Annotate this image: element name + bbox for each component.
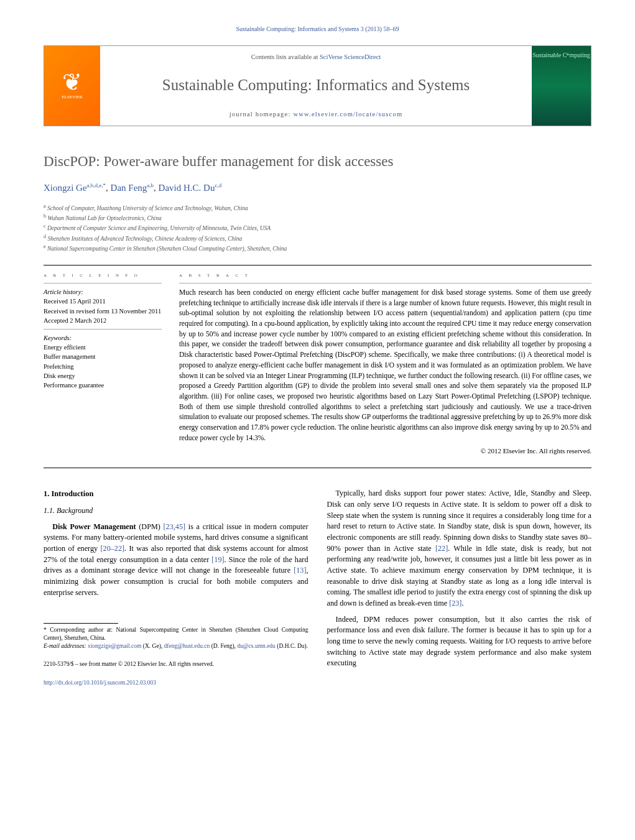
email-3[interactable]: du@cs.umn.edu (237, 643, 276, 649)
ref-23-45[interactable]: [23,45] (164, 522, 186, 531)
email-2[interactable]: dfeng@hust.edu.cn (164, 643, 210, 649)
footnote-rule (44, 623, 118, 624)
journal-cover-thumb: Sustainable Cᵒmputing (532, 46, 591, 126)
email-1[interactable]: xiongzige@gmail.com (88, 643, 142, 649)
affiliations: a School of Computer, Huazhong Universit… (44, 203, 591, 254)
article-info-column: A R T I C L E I N F O Article history: R… (44, 270, 162, 457)
divider-top (44, 265, 591, 265)
homepage-prefix: journal homepage: (229, 111, 294, 118)
history-revised: Received in revised form 13 November 201… (44, 307, 162, 316)
col2-paragraph-1: Typically, hard disks support four power… (327, 488, 592, 609)
affil-d: Shenzhen Institutes of Advanced Technolo… (47, 236, 242, 242)
keyword-4: Disk energy (44, 371, 162, 381)
running-header: Sustainable Computing: Informatics and S… (44, 25, 591, 34)
keywords-heading: Keywords: (44, 333, 162, 343)
c2p1a: Typically, hard disks support four power… (327, 489, 592, 552)
keyword-2: Buffer management (44, 352, 162, 361)
journal-header-box: ❦ ELSEVIER Contents lists available at S… (44, 45, 591, 126)
divider-info-2 (44, 329, 162, 330)
doi-line: http://dx.doi.org/10.1016/j.suscom.2012.… (44, 679, 308, 688)
email1-who: (X. Ge), (141, 643, 164, 649)
abstract-label: A B S T R A C T (179, 270, 591, 280)
author-1-affil-sup: a,b,d,e,* (87, 182, 106, 188)
contents-available-line: Contents lists available at SciVerse Sci… (251, 52, 381, 62)
ref-20-22[interactable]: [20–22] (100, 544, 124, 553)
email-label: E-mail addresses: (44, 643, 88, 649)
ref-23[interactable]: [23] (449, 599, 461, 607)
history-accepted: Accepted 2 March 2012 (44, 316, 162, 325)
elsevier-label: ELSEVIER (62, 94, 82, 100)
body-columns: 1. Introduction 1.1. Background Disk Pow… (44, 488, 591, 687)
c2p1b: . While in Idle state, disk is ready, bu… (327, 544, 592, 607)
journal-homepage-link[interactable]: www.elsevier.com/locate/suscom (293, 111, 402, 118)
author-1[interactable]: Xiongzi Ge (44, 183, 87, 193)
ref-19[interactable]: [19] (211, 555, 224, 564)
ref-22[interactable]: [22] (435, 544, 448, 553)
elsevier-tree-icon: ❦ (62, 70, 82, 94)
sciencedirect-link[interactable]: SciVerse ScienceDirect (320, 53, 381, 60)
history-received: Received 15 April 2011 (44, 297, 162, 306)
affil-e: National Supercomputing Center in Shenzh… (47, 246, 287, 252)
author-3[interactable]: David H.C. Du (159, 183, 215, 193)
contents-prefix: Contents lists available at (251, 53, 320, 60)
affil-a: School of Computer, Huazhong University … (47, 205, 248, 211)
corresponding-author-footnote: * Corresponding author at: National Supe… (44, 626, 308, 642)
divider-abstract (179, 283, 591, 284)
elsevier-logo: ❦ ELSEVIER (44, 46, 100, 126)
header-center: Contents lists available at SciVerse Sci… (100, 46, 532, 126)
divider-bottom (44, 468, 591, 468)
front-matter-line: 2210-5379/$ – see front matter © 2012 El… (44, 660, 308, 669)
authors-line: Xiongzi Gea,b,d,e,*, Dan Fenga,b, David … (44, 182, 591, 195)
dpm-bold: Disk Power Management (52, 522, 136, 531)
section-1-1-heading: 1.1. Background (44, 505, 308, 516)
article-info-label: A R T I C L E I N F O (44, 270, 162, 280)
section-1-heading: 1. Introduction (44, 488, 308, 499)
keyword-1: Energy efficient (44, 343, 162, 352)
email2-who: (D. Feng), (210, 643, 237, 649)
intro-paragraph-1: Disk Power Management (DPM) [23,45] is a… (44, 522, 308, 599)
keyword-5: Performance guarantee (44, 381, 162, 390)
abstract-text: Much research has been conducted on ener… (179, 287, 591, 443)
p1-rest: (DPM) (136, 522, 164, 531)
divider-info-1 (44, 283, 162, 284)
body-column-left: 1. Introduction 1.1. Background Disk Pow… (44, 488, 308, 687)
journal-homepage-line: journal homepage: www.elsevier.com/locat… (229, 109, 403, 119)
col2-paragraph-2: Indeed, DPM reduces power consumption, b… (327, 614, 592, 669)
abstract-column: A B S T R A C T Much research has been c… (179, 270, 591, 457)
email3-who: (D.H.C. Du). (276, 643, 308, 649)
author-3-affil-sup: c,d (215, 182, 221, 188)
author-2-affil-sup: a,b (147, 182, 154, 188)
keyword-3: Prefetching (44, 362, 162, 371)
info-abstract-row: A R T I C L E I N F O Article history: R… (44, 270, 591, 457)
email-footnote: E-mail addresses: xiongzige@gmail.com (X… (44, 642, 308, 650)
journal-title: Sustainable Computing: Informatics and S… (162, 74, 470, 96)
affil-b: Wuhan National Lab for Optoelectronics, … (47, 215, 161, 221)
cover-label: Sustainable Cᵒmputing (532, 51, 590, 60)
affil-c: Department of Computer Science and Engin… (47, 226, 271, 232)
article-title: DiscPOP: Power-aware buffer management f… (44, 151, 591, 172)
c2p1c: . (461, 599, 463, 607)
copyright-line: © 2012 Elsevier Inc. All rights reserved… (179, 446, 591, 456)
ref-13[interactable]: [13] (294, 566, 306, 575)
body-column-right: Typically, hard disks support four power… (327, 488, 592, 687)
doi-link[interactable]: http://dx.doi.org/10.1016/j.suscom.2012.… (44, 680, 156, 686)
author-2[interactable]: Dan Feng (111, 183, 147, 193)
history-heading: Article history: (44, 287, 162, 297)
